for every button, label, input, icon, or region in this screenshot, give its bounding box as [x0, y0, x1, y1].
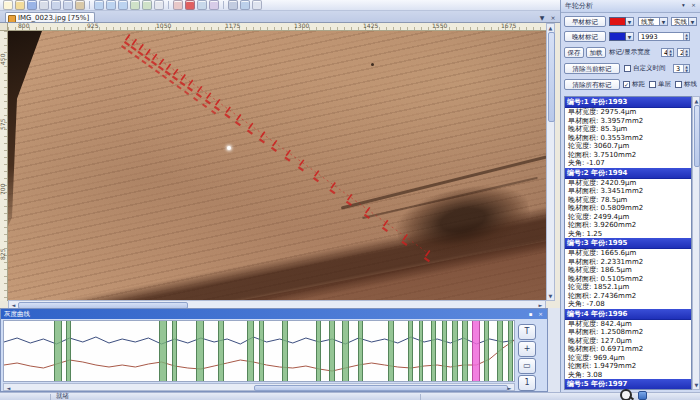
ring-boundary-bar[interactable]: [442, 321, 447, 382]
scrollbar-thumb[interactable]: [548, 32, 555, 122]
latewood-marker-button[interactable]: 晚材标记: [564, 31, 606, 42]
ring-boundary-bar[interactable]: [419, 321, 423, 382]
help-icon[interactable]: [240, 0, 250, 10]
ring-boundary-bar[interactable]: [408, 321, 413, 382]
scroll-down-icon[interactable]: ▼: [693, 382, 700, 388]
gray-curve-plot[interactable]: [3, 320, 515, 382]
line-width-combo[interactable]: 线宽: [638, 17, 660, 26]
entry-header[interactable]: 编号:3 年份:1995: [565, 238, 691, 249]
selected-ring-boundary-bar[interactable]: [472, 321, 480, 382]
list-vertical-scrollbar[interactable]: ▲ ▼: [692, 96, 700, 390]
color-dropdown-icon[interactable]: ▼: [626, 17, 634, 26]
spinner-arrows-icon[interactable]: ▲▼: [667, 49, 673, 56]
dropdown-icon[interactable]: ▼: [660, 17, 668, 26]
new-icon[interactable]: [3, 0, 13, 10]
entry-header[interactable]: 编号:2 年份:1994: [565, 168, 691, 179]
copy-icon[interactable]: [63, 0, 73, 10]
load-button[interactable]: 加载: [586, 47, 606, 58]
spinner-arrows-icon[interactable]: ▲▼: [683, 49, 689, 56]
line-style-combo[interactable]: 实线: [671, 17, 689, 26]
path-icon[interactable]: [197, 0, 207, 10]
spinner-arrows-icon[interactable]: ▲▼: [683, 65, 689, 72]
ring-boundary-bar[interactable]: [508, 321, 513, 382]
settings-icon[interactable]: [228, 0, 238, 10]
marker-icon[interactable]: [185, 0, 195, 10]
scrollbar-thumb[interactable]: [254, 385, 508, 391]
print-icon[interactable]: [39, 0, 49, 10]
custom-interval-input[interactable]: 3 ▲▼: [673, 64, 690, 73]
scroll-up-icon[interactable]: ▲: [693, 98, 700, 104]
mark-width-spinner[interactable]: 4 ▲▼: [661, 48, 674, 57]
panel-pin-icon[interactable]: ▪: [526, 310, 535, 318]
graph-page-button[interactable]: 1: [518, 375, 536, 391]
measure-icon[interactable]: [173, 0, 183, 10]
earlywood-marker-button[interactable]: 早材标记: [564, 16, 606, 27]
measurement-markers-overlay[interactable]: [8, 31, 546, 301]
cut-icon[interactable]: [51, 0, 61, 10]
panel-pin-icon[interactable]: ▾: [679, 1, 688, 9]
scroll-right-icon[interactable]: ►: [506, 385, 513, 391]
scroll-up-icon[interactable]: ▲: [547, 25, 554, 31]
spinner-arrows-icon[interactable]: ▲▼: [683, 33, 689, 40]
calibrate-icon[interactable]: [209, 0, 219, 10]
panel-close-icon[interactable]: ×: [536, 310, 545, 318]
option-checkbox[interactable]: [675, 81, 682, 88]
graph-text-tool-button[interactable]: T: [518, 324, 536, 340]
open-icon[interactable]: [15, 0, 25, 10]
ring-boundary-bar[interactable]: [329, 321, 335, 382]
grid-icon[interactable]: [154, 0, 164, 10]
color-dropdown-icon[interactable]: ▼: [626, 32, 634, 41]
marker-label-mark: [330, 190, 335, 194]
paste-icon[interactable]: [75, 0, 85, 10]
graph-select-tool-button[interactable]: ▭: [518, 358, 536, 374]
start-year-input[interactable]: 1993 ▲▼: [638, 32, 690, 41]
ring-boundary-bar[interactable]: [358, 321, 363, 382]
option-checkbox[interactable]: [649, 81, 656, 88]
earlywood-color-swatch[interactable]: [609, 17, 626, 26]
volume-icon[interactable]: [638, 391, 647, 400]
option-checkbox[interactable]: ✓: [623, 81, 630, 88]
latewood-color-swatch[interactable]: [609, 32, 626, 41]
ring-boundary-bar[interactable]: [172, 321, 177, 382]
save-button[interactable]: 保存: [564, 47, 584, 58]
ring-boundary-bar[interactable]: [66, 321, 71, 382]
zoom-in-icon[interactable]: [94, 0, 104, 10]
graph-pan-tool-button[interactable]: +: [518, 341, 536, 357]
scrollbar-thumb[interactable]: [694, 105, 700, 167]
ring-boundary-bar[interactable]: [388, 321, 394, 382]
dropdown-icon[interactable]: ▼: [689, 17, 697, 26]
ring-boundary-bar[interactable]: [196, 321, 204, 382]
ring-boundary-bar[interactable]: [218, 321, 224, 382]
ring-boundary-bar[interactable]: [282, 321, 288, 382]
ring-boundary-bar[interactable]: [54, 321, 62, 382]
entry-header[interactable]: 编号:4 年份:1996: [565, 309, 691, 320]
ring-boundary-bar[interactable]: [159, 321, 167, 382]
zoom-out-icon[interactable]: [106, 0, 116, 10]
zoom-fit-icon[interactable]: [118, 0, 128, 10]
custom-interval-checkbox[interactable]: [624, 65, 631, 72]
graph-horizontal-scrollbar[interactable]: ◄ ►: [3, 383, 515, 391]
scroll-left-icon[interactable]: ◄: [5, 385, 12, 391]
ring-boundary-bar[interactable]: [484, 321, 489, 382]
panel-close-icon[interactable]: ×: [689, 1, 698, 9]
ring-boundary-bar[interactable]: [259, 321, 264, 382]
ring-boundary-bar[interactable]: [342, 321, 349, 382]
ring-boundary-bar[interactable]: [462, 321, 468, 382]
display-width-spinner[interactable]: 2 ▲▼: [677, 48, 690, 57]
clear-all-markers-button[interactable]: 清除所有标记: [564, 79, 620, 90]
entry-header[interactable]: 编号:1 年份:1993: [565, 97, 691, 108]
ring-measurement-list[interactable]: 编号:1 年份:1993早材宽度: 2975.4μm早材面积: 3.3957mm…: [564, 96, 692, 390]
clear-current-marker-button[interactable]: 清除当前标记: [564, 63, 620, 74]
ring-boundary-bar[interactable]: [316, 321, 321, 382]
ring-boundary-bar[interactable]: [247, 321, 254, 382]
save-icon[interactable]: [27, 0, 37, 10]
wood-sample-image[interactable]: [8, 31, 546, 301]
ring-boundary-bar[interactable]: [452, 321, 458, 382]
ring-boundary-bar[interactable]: [431, 321, 436, 382]
dropdown-icon[interactable]: [252, 0, 262, 10]
scroll-down-icon[interactable]: ▼: [547, 293, 554, 299]
image-vertical-scrollbar[interactable]: ▲ ▼: [546, 23, 555, 301]
rotate-left-icon[interactable]: [142, 0, 152, 10]
pan-icon[interactable]: [130, 0, 140, 10]
ring-boundary-bar[interactable]: [497, 321, 503, 382]
